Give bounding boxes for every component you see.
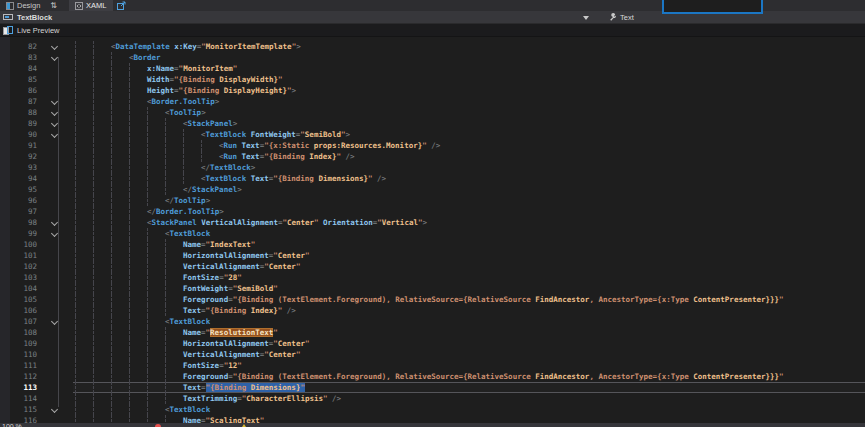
code-line[interactable]: 102VerticalAlignment="Center" [0, 261, 865, 272]
tab-xaml[interactable]: XAML [69, 0, 112, 11]
line-number: 92 [0, 151, 45, 162]
xaml-icon [75, 2, 83, 10]
line-number: 110 [0, 349, 45, 360]
fold-chevron-icon[interactable] [51, 131, 58, 138]
code-line[interactable]: 113Text="{Binding Dimensions}" [0, 382, 865, 393]
code-line[interactable]: 108Name="ResolutionText" [0, 327, 865, 338]
fold-chevron-icon[interactable] [51, 120, 58, 127]
fold-chevron-icon[interactable] [51, 54, 58, 61]
line-number: 93 [0, 162, 45, 173]
tab-design-label: Design [17, 1, 40, 10]
line-number: 94 [0, 173, 45, 184]
wrench-icon [608, 13, 617, 22]
zoom-level[interactable]: 100 % [2, 423, 22, 427]
code-area[interactable]: 82<DataTemplate x:Key="MonitorItemTempla… [0, 41, 865, 426]
breadcrumb-element[interactable]: TextBlock [17, 13, 52, 22]
line-number: 96 [0, 195, 45, 206]
line-number: 88 [0, 107, 45, 118]
line-number: 103 [0, 272, 45, 283]
live-preview-bar: Live Preview [0, 24, 865, 37]
line-number: 99 [0, 228, 45, 239]
line-number: 98 [0, 217, 45, 228]
code-line[interactable]: 109HorizontalAlignment="Center" [0, 338, 865, 349]
code-line[interactable]: 91<Run Text="{x:Static props:Resources.M… [0, 140, 865, 151]
code-line[interactable]: 95</StackPanel> [0, 184, 865, 195]
code-line[interactable]: 105Foreground="{Binding (TextElement.For… [0, 294, 865, 305]
code-line[interactable]: 106Text="{Binding Index}" /> [0, 305, 865, 316]
line-number: 84 [0, 63, 45, 74]
design-icon [6, 2, 14, 10]
status-bar: 100 % [0, 423, 865, 427]
line-number: 83 [0, 52, 45, 63]
line-number: 113 [0, 382, 45, 393]
code-line[interactable]: 115<TextBlock [0, 404, 865, 415]
xaml-code-editor[interactable]: 82<DataTemplate x:Key="MonitorItemTempla… [0, 37, 865, 427]
code-line[interactable]: 98<StackPanel VerticalAlignment="Center"… [0, 217, 865, 228]
floating-window-fragment [662, 0, 763, 14]
code-line[interactable]: 114TextTrimming="CharacterEllipsis" /> [0, 393, 865, 404]
line-number: 104 [0, 283, 45, 294]
line-number: 91 [0, 140, 45, 151]
line-number: 82 [0, 41, 45, 52]
line-number: 101 [0, 250, 45, 261]
fold-chevron-icon[interactable] [51, 98, 58, 105]
line-number: 115 [0, 404, 45, 415]
fold-chevron-icon[interactable] [51, 219, 58, 226]
code-line[interactable]: 82<DataTemplate x:Key="MonitorItemTempla… [0, 41, 865, 52]
line-number: 102 [0, 261, 45, 272]
line-number: 90 [0, 129, 45, 140]
line-number: 112 [0, 371, 45, 382]
line-number: 100 [0, 239, 45, 250]
fold-chevron-icon[interactable] [51, 406, 58, 413]
code-line[interactable]: 99<TextBlock [0, 228, 865, 239]
line-number: 114 [0, 393, 45, 404]
code-line[interactable]: 103FontSize="28" [0, 272, 865, 283]
breadcrumb-dropdown-icon[interactable] [583, 16, 589, 20]
line-number: 106 [0, 305, 45, 316]
tool-text-button[interactable]: Text [608, 11, 634, 24]
line-number: 109 [0, 338, 45, 349]
line-number: 95 [0, 184, 45, 195]
code-line[interactable]: 92<Run Text="{Binding Index}" /> [0, 151, 865, 162]
fold-chevron-icon[interactable] [51, 109, 58, 116]
code-line[interactable]: 84x:Name="MonitorItem" [0, 63, 865, 74]
popout-icon[interactable] [117, 1, 126, 10]
swap-views-icon[interactable]: ⇅ [46, 0, 61, 11]
code-line[interactable]: 112Foreground="{Binding (TextElement.For… [0, 371, 865, 382]
line-number: 87 [0, 96, 45, 107]
line-number: 89 [0, 118, 45, 129]
code-line[interactable]: 101HorizontalAlignment="Center" [0, 250, 865, 261]
code-line[interactable]: 83<Border [0, 52, 865, 63]
live-preview-icon [3, 26, 13, 35]
code-line[interactable]: 97</Border.ToolTip> [0, 206, 865, 217]
code-line[interactable]: 89<StackPanel> [0, 118, 865, 129]
code-line[interactable]: 85Width="{Binding DisplayWidth}" [0, 74, 865, 85]
code-line[interactable]: 88<ToolTip> [0, 107, 865, 118]
line-number: 107 [0, 316, 45, 327]
line-number: 97 [0, 206, 45, 217]
code-line[interactable]: 111FontSize="12" [0, 360, 865, 371]
line-number: 86 [0, 85, 45, 96]
code-line[interactable]: 93</TextBlock> [0, 162, 865, 173]
code-line[interactable]: 94<TextBlock Text="{Binding Dimensions}"… [0, 173, 865, 184]
tool-text-label: Text [620, 13, 634, 22]
code-line[interactable]: 86Height="{Binding DisplayHeight}"> [0, 85, 865, 96]
code-line[interactable]: 100Name="IndexText" [0, 239, 865, 250]
line-number: 108 [0, 327, 45, 338]
code-line[interactable]: 90<TextBlock FontWeight="SemiBold"> [0, 129, 865, 140]
tab-design[interactable]: Design [0, 0, 46, 11]
line-number: 111 [0, 360, 45, 371]
xaml-element-icon [3, 13, 13, 21]
fold-chevron-icon[interactable] [51, 230, 58, 237]
code-line[interactable]: 87<Border.ToolTip> [0, 96, 865, 107]
live-preview-label: Live Preview [17, 26, 60, 35]
tab-xaml-label: XAML [86, 1, 106, 10]
code-line[interactable]: 107<TextBlock [0, 316, 865, 327]
code-line[interactable]: 104FontWeight="SemiBold" [0, 283, 865, 294]
fold-chevron-icon[interactable] [51, 318, 58, 325]
code-line[interactable]: 110VerticalAlignment="Center" [0, 349, 865, 360]
fold-chevron-icon[interactable] [51, 43, 58, 50]
line-number: 105 [0, 294, 45, 305]
line-number: 85 [0, 74, 45, 85]
code-line[interactable]: 96</ToolTip> [0, 195, 865, 206]
